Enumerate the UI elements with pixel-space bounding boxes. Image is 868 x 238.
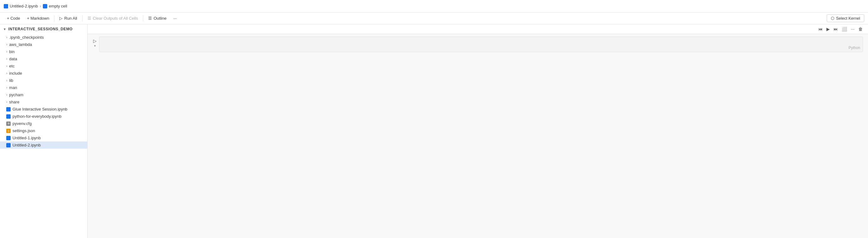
split-cell-button[interactable]: ⬜ xyxy=(840,26,848,32)
sidebar-item[interactable]: Glue Interactive Session.ipynb xyxy=(0,106,87,113)
toolbar-separator-2 xyxy=(82,15,83,22)
sidebar-item[interactable]: python-for-everybody.ipynb xyxy=(0,113,87,120)
sidebar-item[interactable]: Untitled-2.ipynb xyxy=(0,141,87,149)
folder-chevron-icon: › xyxy=(6,43,7,46)
sidebar-folder-label: include xyxy=(9,71,84,76)
sidebar-file-label: Glue Interactive Session.ipynb xyxy=(12,107,67,111)
notebook-area: ▷ ▾ Python xyxy=(88,34,868,238)
sidebar-item[interactable]: ›bin xyxy=(0,48,87,55)
notebook-wrapper: ⏮ ▶ ⏭ ⬜ ··· 🗑 ▷ ▾ xyxy=(88,24,868,238)
sidebar-item[interactable]: ›include xyxy=(0,70,87,77)
delete-cell-icon: 🗑 xyxy=(858,27,863,32)
cell-file-icon xyxy=(43,4,47,8)
folder-chevron-icon: › xyxy=(6,93,7,97)
run-all-button[interactable]: ▷ Run All xyxy=(56,15,80,22)
folder-chevron-icon: › xyxy=(6,100,7,104)
clear-outputs-icon: ☰ xyxy=(88,16,91,21)
json-icon: {} xyxy=(6,129,11,133)
sidebar-file-label: Untitled-2.ipynb xyxy=(12,143,41,147)
notebook-file-icon xyxy=(4,4,8,8)
run-cell-icon: ▶ xyxy=(827,27,830,32)
breadcrumb-cell-label: empty cell xyxy=(49,4,67,8)
notebook-icon xyxy=(6,136,11,140)
clear-outputs-label: Clear Outputs of All Cells xyxy=(93,16,138,21)
run-above-button[interactable]: ⏮ xyxy=(817,26,824,32)
cell-more-icon: ··· xyxy=(851,27,855,32)
sidebar-folder-label: lib xyxy=(9,78,84,83)
sidebar-item[interactable]: ›man xyxy=(0,84,87,91)
sidebar-item[interactable]: ›etc xyxy=(0,63,87,70)
split-icon: ⬜ xyxy=(842,27,847,32)
sidebar-root[interactable]: ▼ INTERACTIVE_SESSIONS_DEMO xyxy=(0,24,87,34)
folder-chevron-icon: › xyxy=(6,36,7,39)
cell-run-chevron-icon[interactable]: ▾ xyxy=(94,44,96,47)
sidebar-item[interactable]: ›.ipynb_checkpoints xyxy=(0,34,87,41)
run-cell-button[interactable]: ▶ xyxy=(825,26,831,32)
run-above-icon: ⏮ xyxy=(818,27,823,32)
sidebar-folder-label: aws_lambda xyxy=(9,42,84,47)
outline-button[interactable]: ☰ Outline xyxy=(145,15,169,22)
sidebar-item[interactable]: ›lib xyxy=(0,77,87,84)
sidebar-items-container: ›.ipynb_checkpoints›aws_lambda›bin›data›… xyxy=(0,34,87,149)
sidebar-file-label: settings.json xyxy=(12,128,35,133)
delete-cell-button[interactable]: 🗑 xyxy=(857,26,864,32)
more-actions-button[interactable]: ··· xyxy=(170,15,180,22)
cell-run-button[interactable]: ▷ xyxy=(93,38,97,44)
cfg-icon: ⚙ xyxy=(6,122,11,126)
cell-run-area: ▷ ▾ xyxy=(93,37,97,47)
cell-language-label: Python xyxy=(848,45,860,50)
cell-container: ▷ ▾ Python xyxy=(88,34,868,55)
cell-toolbar: ⏮ ▶ ⏭ ⬜ ··· 🗑 xyxy=(88,24,868,34)
folder-chevron-icon: › xyxy=(6,86,7,89)
sidebar-item[interactable]: ⚙pyvenv.cfg xyxy=(0,120,87,127)
sidebar-item[interactable]: ›aws_lambda xyxy=(0,41,87,48)
breadcrumb-toolbar: Untitled-2.ipynb › empty cell xyxy=(0,0,868,12)
breadcrumb-notebook[interactable]: Untitled-2.ipynb xyxy=(4,4,38,8)
folder-chevron-icon: › xyxy=(6,79,7,82)
breadcrumb: Untitled-2.ipynb › empty cell xyxy=(4,4,67,8)
folder-chevron-icon: › xyxy=(6,64,7,68)
notebook-icon xyxy=(6,143,11,147)
root-chevron-icon: ▼ xyxy=(3,28,6,31)
folder-chevron-icon: › xyxy=(6,71,7,75)
sidebar-root-label: INTERACTIVE_SESSIONS_DEMO xyxy=(8,27,73,31)
outline-label: Outline xyxy=(154,16,166,21)
sidebar-folder-label: etc xyxy=(9,64,84,68)
run-all-icon: ▷ xyxy=(59,16,63,21)
outline-icon: ☰ xyxy=(148,16,152,21)
sidebar-folder-label: bin xyxy=(9,49,84,54)
cell-input[interactable]: Python xyxy=(99,37,863,52)
breadcrumb-cell[interactable]: empty cell xyxy=(43,4,67,8)
sidebar-item[interactable]: ›data xyxy=(0,55,87,63)
notebook-icon xyxy=(6,114,11,119)
main-layout: ▼ INTERACTIVE_SESSIONS_DEMO ›.ipynb_chec… xyxy=(0,24,868,238)
kernel-icon: ⬡ xyxy=(831,16,834,21)
sidebar-file-label: Untitled-1.ipynb xyxy=(12,136,41,140)
sidebar-file-label: python-for-everybody.ipynb xyxy=(12,114,62,119)
notebook-icon xyxy=(6,107,11,111)
add-markdown-button[interactable]: + Markdown xyxy=(24,15,52,22)
toolbar-right: ⬡ Select Kernel xyxy=(827,14,864,22)
sidebar-item[interactable]: ›pycham xyxy=(0,91,87,98)
clear-outputs-button[interactable]: ☰ Clear Outputs of All Cells xyxy=(85,15,141,22)
toolbar-separator-3 xyxy=(143,15,143,22)
sidebar-folder-label: data xyxy=(9,57,84,61)
sidebar-file-label: pyvenv.cfg xyxy=(12,121,32,126)
sidebar-folder-label: share xyxy=(9,100,84,104)
sidebar-item[interactable]: {}settings.json xyxy=(0,127,87,134)
run-below-button[interactable]: ⏭ xyxy=(832,26,840,32)
breadcrumb-separator: › xyxy=(40,4,41,8)
sidebar-folder-label: pycham xyxy=(9,93,84,97)
select-kernel-button[interactable]: ⬡ Select Kernel xyxy=(827,14,864,22)
sidebar-folder-label: man xyxy=(9,85,84,90)
select-kernel-label: Select Kernel xyxy=(836,16,860,21)
action-toolbar: + Code + Markdown ▷ Run All ☰ Clear Outp… xyxy=(0,12,868,24)
folder-chevron-icon: › xyxy=(6,57,7,61)
run-below-icon: ⏭ xyxy=(834,27,838,32)
add-code-button[interactable]: + Code xyxy=(4,15,23,22)
sidebar-item[interactable]: ›share xyxy=(0,98,87,106)
sidebar-item[interactable]: Untitled-1.ipynb xyxy=(0,134,87,141)
cell-more-button[interactable]: ··· xyxy=(849,26,856,32)
breadcrumb-notebook-label: Untitled-2.ipynb xyxy=(10,4,38,8)
folder-chevron-icon: › xyxy=(6,50,7,54)
